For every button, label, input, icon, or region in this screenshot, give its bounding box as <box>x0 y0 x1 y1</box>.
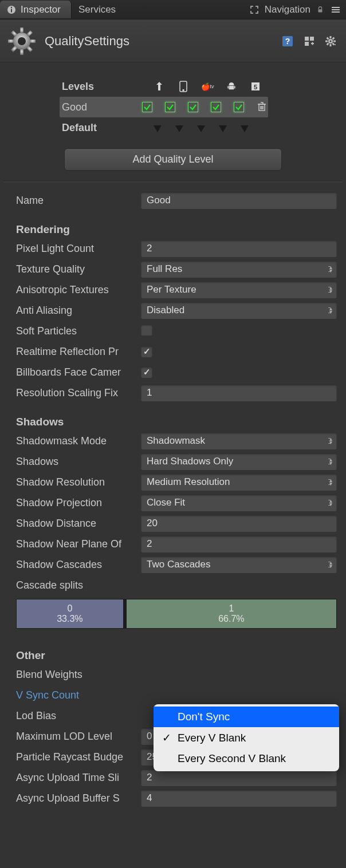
svg-rect-9 <box>20 49 23 55</box>
blend-weights-label: Blend Weights <box>16 669 141 681</box>
platform-toggle[interactable] <box>188 102 198 112</box>
svg-point-36 <box>183 90 184 91</box>
name-field[interactable] <box>141 192 337 209</box>
vsync-option-dont-sync[interactable]: Don't Sync <box>154 707 339 727</box>
shadow-resolution-dropdown[interactable]: Medium Resolution▴▾ <box>141 474 337 491</box>
info-icon <box>7 5 16 14</box>
svg-rect-29 <box>332 37 335 40</box>
default-marker[interactable] <box>197 124 206 132</box>
check-icon: ✓ <box>162 731 172 744</box>
trash-icon[interactable] <box>257 101 268 113</box>
svg-rect-21 <box>305 42 309 46</box>
async-upload-time-field[interactable] <box>141 769 337 786</box>
default-marker[interactable] <box>175 124 184 132</box>
shadow-distance-field[interactable] <box>141 515 337 532</box>
platform-tvos-icon[interactable]: 🍎tv <box>202 81 213 92</box>
svg-rect-25 <box>330 36 332 38</box>
shadow-cascades-label: Shadow Cascades <box>16 559 141 571</box>
shadow-projection-dropdown[interactable]: Close Fit▴▾ <box>141 494 337 511</box>
vsync-option-every-vblank[interactable]: ✓ Every V Blank <box>154 727 339 748</box>
shadowmask-mode-dropdown[interactable]: Shadowmask▴▾ <box>141 432 337 449</box>
svg-rect-37 <box>229 86 234 89</box>
platform-toggle[interactable] <box>142 102 152 112</box>
shadow-projection-label: Shadow Projection <box>16 497 141 509</box>
rendering-section: Rendering <box>16 223 337 236</box>
anti-aliasing-label: Anti Aliasing <box>16 305 141 317</box>
svg-rect-28 <box>333 41 336 42</box>
texture-quality-dropdown[interactable]: Full Res▴▾ <box>141 261 337 278</box>
cascade-segment-1: 1 66.7% <box>127 599 336 628</box>
realtime-reflection-label: Realtime Reflection Pr <box>16 346 141 358</box>
navigation-label[interactable]: Navigation <box>265 4 310 15</box>
svg-point-16 <box>18 37 26 45</box>
expand-icon[interactable] <box>250 5 259 14</box>
preset-icon[interactable] <box>304 35 315 47</box>
cascade-segment-0: 0 33.3% <box>17 599 123 628</box>
platform-standalone-icon[interactable] <box>154 81 165 92</box>
lock-icon[interactable] <box>316 5 325 14</box>
gear-small-icon[interactable] <box>325 35 337 47</box>
pixel-light-count-label: Pixel Light Count <box>16 243 141 255</box>
shadows-dropdown[interactable]: Hard Shadows Only▴▾ <box>141 453 337 470</box>
quality-level-row[interactable]: Good <box>60 97 268 117</box>
settings-gear-icon <box>7 26 37 56</box>
svg-rect-3 <box>319 9 323 12</box>
vsync-option-every-second-vblank[interactable]: Every Second V Blank <box>154 748 339 769</box>
svg-rect-26 <box>330 44 332 46</box>
svg-rect-6 <box>332 11 340 13</box>
billboards-label: Billboards Face Camer <box>16 366 141 378</box>
shadow-distance-label: Shadow Distance <box>16 518 141 530</box>
shadow-near-plane-field[interactable] <box>141 535 337 553</box>
default-marker[interactable] <box>154 124 163 132</box>
platform-ios-icon[interactable] <box>178 81 189 92</box>
vsync-option-label: Every Second V Blank <box>178 752 286 765</box>
anisotropic-label: Anisotropic Textures <box>16 284 141 296</box>
svg-rect-10 <box>8 40 14 43</box>
platform-toggle[interactable] <box>211 102 221 112</box>
svg-rect-1 <box>11 9 12 13</box>
default-marker[interactable] <box>241 124 250 132</box>
shadow-near-plane-label: Shadow Near Plane Of <box>16 538 141 550</box>
vsync-option-label: Every V Blank <box>178 732 246 744</box>
resolution-scaling-label: Resolution Scaling Fix <box>16 387 141 399</box>
add-quality-level-button[interactable]: Add Quality Level <box>64 148 282 171</box>
platform-toggle[interactable] <box>165 102 175 112</box>
asset-header: QualitySettings ? <box>0 19 346 62</box>
platform-toggle[interactable] <box>234 102 244 112</box>
soft-particles-checkbox[interactable] <box>141 324 152 336</box>
pixel-light-count-field[interactable] <box>141 240 337 257</box>
default-marker[interactable] <box>219 124 228 132</box>
svg-rect-8 <box>20 27 23 33</box>
shadow-cascades-dropdown[interactable]: Two Cascades▴▾ <box>141 556 337 573</box>
help-icon[interactable]: ? <box>282 35 293 47</box>
svg-rect-31 <box>327 37 329 40</box>
async-upload-buffer-field[interactable] <box>141 790 337 807</box>
svg-point-2 <box>11 7 12 8</box>
platform-webgl-icon[interactable]: 5 <box>250 81 261 92</box>
svg-rect-19 <box>305 37 309 41</box>
particle-raycast-label: Particle Raycast Budge <box>16 751 141 763</box>
svg-text:5: 5 <box>254 84 257 90</box>
platform-android-icon[interactable] <box>226 81 237 92</box>
svg-rect-30 <box>327 42 329 45</box>
async-upload-buffer-label: Async Upload Buffer S <box>16 792 141 804</box>
lod-bias-label: Lod Bias <box>16 710 141 722</box>
svg-rect-32 <box>332 42 335 45</box>
svg-rect-39 <box>234 86 235 88</box>
max-lod-label: Maximum LOD Level <box>16 731 141 743</box>
realtime-reflection-checkbox[interactable] <box>141 346 152 357</box>
tab-inspector[interactable]: Inspector <box>0 1 72 18</box>
tab-services[interactable]: Services <box>72 1 126 18</box>
nav-area: Navigation <box>250 4 346 15</box>
cascade-splits-bar: 0 33.3% 1 66.7% <box>16 599 337 629</box>
anisotropic-dropdown[interactable]: Per Texture▴▾ <box>141 281 337 298</box>
billboards-checkbox[interactable] <box>141 366 152 378</box>
panel-menu-icon[interactable] <box>331 5 340 14</box>
soft-particles-label: Soft Particles <box>16 325 141 337</box>
async-upload-time-label: Async Upload Time Sli <box>16 772 141 784</box>
anti-aliasing-dropdown[interactable]: Disabled▴▾ <box>141 302 337 319</box>
shadowmask-mode-label: Shadowmask Mode <box>16 435 141 447</box>
resolution-scaling-field[interactable] <box>141 384 337 401</box>
svg-rect-38 <box>227 86 229 88</box>
asset-title: QualitySettings <box>45 34 274 49</box>
